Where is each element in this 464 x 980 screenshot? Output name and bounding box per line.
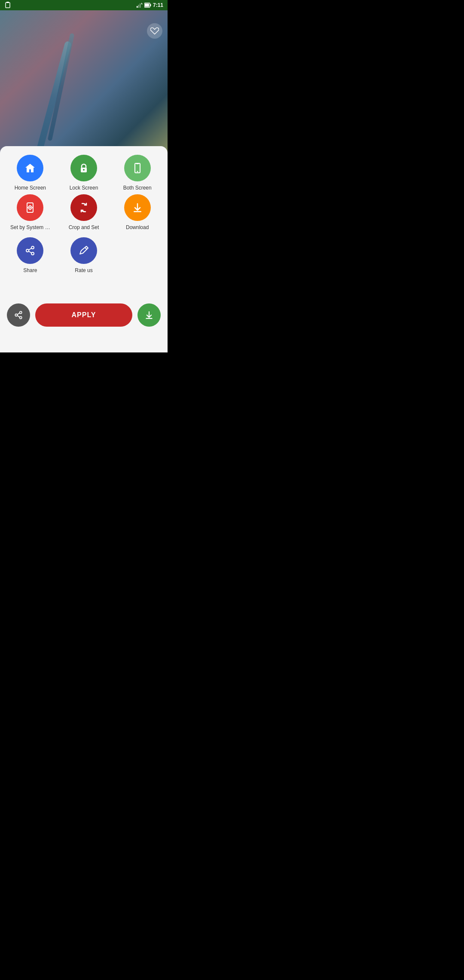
- status-time: 7:11: [153, 2, 163, 8]
- share-label: Share: [23, 267, 37, 273]
- home-icon: [24, 162, 36, 174]
- wallpaper-preview: [0, 10, 168, 156]
- svg-line-21: [29, 251, 31, 253]
- crop-and-set-label: Crop and Set: [69, 224, 99, 230]
- option-crop-and-set[interactable]: Crop and Set: [61, 194, 107, 230]
- svg-rect-7: [150, 4, 151, 6]
- bottom-share-icon: [13, 310, 24, 320]
- both-screen-icon: [124, 155, 151, 181]
- svg-rect-0: [6, 3, 10, 8]
- share-icon-circle: [17, 237, 43, 264]
- svg-rect-28: [146, 318, 152, 319]
- status-bar-right: 7:11: [137, 2, 163, 8]
- option-download[interactable]: Download: [114, 194, 161, 230]
- favorite-button[interactable]: [147, 23, 162, 39]
- apply-label: APPLY: [72, 311, 96, 319]
- svg-rect-2: [137, 6, 138, 8]
- rate-us-label: Rate us: [75, 267, 92, 273]
- lock-screen-label: Lock Screen: [70, 185, 98, 191]
- set-by-system-label: Set by System …: [10, 224, 50, 230]
- share-icon: [24, 245, 36, 257]
- svg-rect-1: [6, 2, 9, 3]
- svg-point-9: [83, 169, 85, 171]
- crop-rotate-icon: [78, 202, 90, 214]
- set-by-system-icon: [17, 194, 43, 221]
- notification-icon: [4, 2, 11, 9]
- lock-icon: [78, 162, 90, 174]
- phone-icon: [131, 162, 143, 174]
- svg-line-20: [29, 248, 31, 250]
- crop-and-set-icon: [70, 194, 97, 221]
- option-set-by-system[interactable]: Set by System …: [7, 194, 54, 230]
- option-lock-screen[interactable]: Lock Screen: [61, 155, 107, 191]
- options-row-2: Set by System … Crop and Set Downloa: [7, 194, 161, 230]
- svg-point-23: [20, 311, 22, 313]
- svg-rect-3: [138, 5, 139, 8]
- option-both-screen[interactable]: Both Screen: [114, 155, 161, 191]
- battery-icon: [144, 3, 151, 8]
- svg-rect-16: [134, 211, 141, 212]
- svg-rect-6: [145, 4, 149, 7]
- settings-phone-icon: [24, 202, 36, 214]
- bottom-sheet: Home Screen Lock Screen Both Screen: [0, 146, 168, 352]
- svg-point-19: [31, 252, 34, 255]
- option-share[interactable]: Share: [7, 237, 54, 273]
- svg-line-27: [17, 315, 19, 317]
- apply-button[interactable]: APPLY: [35, 303, 132, 327]
- svg-line-22: [85, 248, 87, 249]
- download-icon-circle: [124, 194, 151, 221]
- bottom-download-icon: [144, 310, 154, 320]
- download-arrow-icon: [131, 202, 143, 214]
- home-screen-label: Home Screen: [15, 185, 46, 191]
- option-rate-us[interactable]: Rate us: [61, 237, 107, 273]
- status-bar: 7:11: [0, 0, 168, 10]
- svg-rect-12: [136, 163, 139, 164]
- both-screen-label: Both Screen: [123, 185, 152, 191]
- heart-icon: [150, 27, 159, 35]
- svg-point-15: [29, 207, 31, 208]
- svg-rect-4: [140, 3, 141, 8]
- download-label: Download: [126, 224, 149, 230]
- svg-point-17: [31, 246, 34, 249]
- options-row-1: Home Screen Lock Screen Both Screen: [7, 155, 161, 191]
- svg-point-11: [137, 171, 138, 172]
- option-home-screen[interactable]: Home Screen: [7, 155, 54, 191]
- svg-point-24: [15, 314, 17, 316]
- rate-us-icon-circle: [70, 237, 97, 264]
- home-screen-icon: [17, 155, 43, 181]
- options-row-3: Share Rate us: [7, 237, 161, 273]
- bottom-share-button[interactable]: [7, 303, 30, 327]
- bottom-download-button[interactable]: [137, 303, 161, 327]
- signal-icon: [137, 3, 143, 8]
- svg-point-18: [26, 249, 29, 252]
- lock-screen-icon: [70, 155, 97, 181]
- action-bar: APPLY: [0, 303, 168, 327]
- svg-line-26: [17, 313, 19, 314]
- pencil-icon: [78, 245, 90, 257]
- svg-point-25: [20, 316, 22, 318]
- status-bar-left: [4, 2, 11, 9]
